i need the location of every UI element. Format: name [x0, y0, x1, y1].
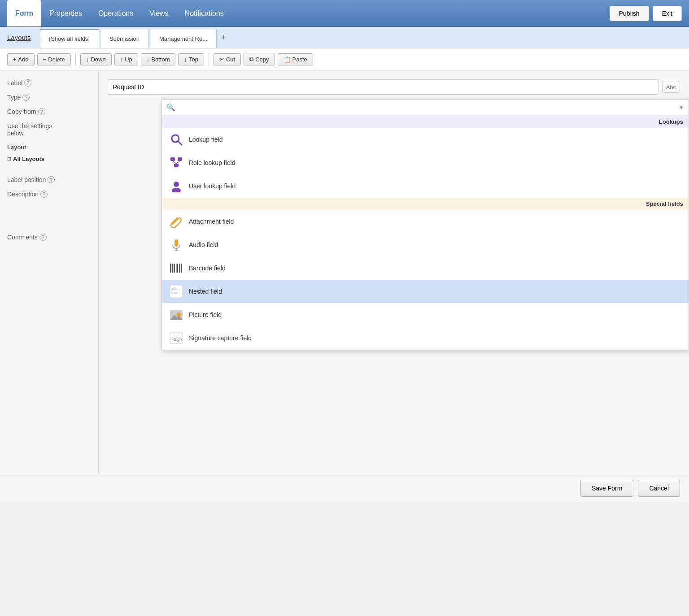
label-field-label: Label ?	[7, 79, 70, 87]
tab-management[interactable]: Management Re...	[150, 29, 217, 48]
toolbar: + Add − Delete ↓ Down ↑ Up ↓ Bottom ↑ To…	[0, 48, 689, 70]
main-content: Label ? Type ? Copy from ? Use the setti…	[0, 70, 689, 474]
svg-rect-3	[178, 157, 182, 161]
svg-rect-16	[177, 264, 178, 273]
special-section-header: Special fields	[162, 198, 689, 210]
dropdown-search-input[interactable]	[179, 104, 675, 111]
picture-field-item[interactable]: Picture field	[162, 303, 689, 326]
audio-icon	[169, 238, 183, 252]
tab-show-all-fields[interactable]: [Show all fields]	[40, 29, 99, 48]
svg-rect-4	[174, 164, 179, 167]
copy-from-help-icon[interactable]: ?	[38, 108, 45, 115]
layouts-label[interactable]: Layouts	[7, 27, 40, 48]
dropdown-search-row: 🔍 ▼	[162, 100, 689, 116]
search-icon: 🔍	[166, 103, 175, 112]
role-lookup-icon	[169, 156, 183, 170]
comments-help-icon[interactable]: ?	[39, 234, 47, 241]
toolbar-separator-2	[209, 53, 209, 65]
barcode-field-item[interactable]: Barcode field	[162, 256, 689, 280]
dropdown-arrow-icon: ▼	[679, 104, 684, 111]
tabs-row: Layouts [Show all fields] Submission Man…	[0, 27, 689, 48]
expand-icon: ⊞	[7, 156, 11, 162]
user-lookup-field-item[interactable]: User lookup field	[162, 174, 689, 198]
svg-point-8	[172, 188, 181, 192]
svg-rect-9	[174, 239, 178, 247]
barcode-icon	[169, 261, 183, 275]
label-help-icon[interactable]: ?	[24, 79, 31, 87]
copy-icon: ⧉	[249, 56, 253, 63]
description-label: Description ?	[7, 191, 70, 198]
label-position-label: Label position ?	[7, 176, 70, 183]
add-icon: +	[13, 56, 17, 63]
svg-text:ABC...: ABC...	[171, 287, 180, 291]
svg-rect-2	[170, 157, 175, 161]
user-lookup-icon	[169, 179, 183, 193]
nested-icon: ABC... CDE...	[169, 284, 183, 299]
delete-icon: −	[43, 56, 47, 63]
form-area: Abc 🔍 ▼ Lookups	[99, 70, 689, 474]
layout-tree-all[interactable]: ⊞ All Layouts	[7, 154, 91, 164]
audio-field-item[interactable]: Audio field	[162, 233, 689, 256]
save-form-button[interactable]: Save Form	[580, 480, 633, 497]
copy-button[interactable]: ⧉ Copy	[244, 53, 275, 65]
nav-tab-notifications[interactable]: Notifications	[177, 0, 232, 26]
lookups-section-header: Lookups	[162, 116, 689, 128]
layout-section-label: Layout	[7, 144, 91, 151]
picture-icon	[169, 308, 183, 322]
copy-from-row: Copy from ?	[7, 108, 91, 115]
nested-field-item[interactable]: ABC... CDE... Nested field	[162, 280, 689, 303]
svg-rect-17	[179, 264, 180, 273]
top-button[interactable]: ↑ Top	[178, 53, 204, 65]
description-help-icon[interactable]: ?	[40, 191, 48, 198]
exit-button[interactable]: Exit	[653, 6, 682, 21]
svg-rect-12	[170, 264, 171, 273]
signature-field-item[interactable]: ×Sign Signature capture field	[162, 326, 689, 350]
svg-rect-19	[170, 273, 183, 273]
svg-rect-14	[174, 264, 175, 273]
toolbar-separator-1	[75, 53, 76, 65]
publish-button[interactable]: Publish	[610, 6, 649, 21]
all-layouts-label: All Layouts	[13, 156, 44, 162]
lookup-icon	[169, 132, 183, 147]
attachment-field-item[interactable]: Attachment field	[162, 210, 689, 233]
tab-submission[interactable]: Submission	[100, 29, 149, 48]
svg-line-5	[173, 161, 176, 164]
paste-button[interactable]: 📋 Paste	[278, 53, 313, 65]
add-tab-button[interactable]: +	[217, 27, 231, 48]
use-settings-row: Use the settings below	[7, 122, 91, 137]
nav-tab-operations[interactable]: Operations	[90, 0, 141, 26]
down-button[interactable]: ↓ Down	[80, 53, 112, 65]
copy-from-label: Copy from ?	[7, 108, 70, 115]
svg-text:CDE...: CDE...	[171, 291, 181, 295]
lookup-field-item[interactable]: Lookup field	[162, 128, 689, 151]
role-lookup-field-item[interactable]: Role lookup field	[162, 151, 689, 174]
svg-rect-15	[176, 264, 177, 273]
bottom-bar: Save Form Cancel	[0, 474, 689, 502]
top-icon: ↑	[184, 56, 187, 63]
layout-section: Layout ⊞ All Layouts	[7, 144, 91, 164]
label-input-row: Abc	[108, 79, 680, 95]
bottom-icon: ↓	[147, 56, 150, 63]
type-help-icon[interactable]: ?	[22, 94, 30, 101]
cut-button[interactable]: ✂ Cut	[214, 53, 241, 65]
nav-tab-properties[interactable]: Properties	[41, 0, 90, 26]
svg-rect-13	[172, 264, 173, 273]
paste-icon: 📋	[283, 56, 291, 63]
nav-tab-form[interactable]: Form	[7, 0, 41, 26]
svg-point-7	[174, 182, 179, 187]
signature-icon: ×Sign	[169, 331, 183, 345]
left-panel: Label ? Type ? Copy from ? Use the setti…	[0, 70, 99, 474]
type-row: Type ?	[7, 94, 91, 101]
bottom-button[interactable]: ↓ Bottom	[141, 53, 176, 65]
cancel-button[interactable]: Cancel	[638, 480, 680, 497]
attachment-icon	[169, 214, 183, 229]
comments-label: Comments ?	[7, 234, 70, 241]
delete-button[interactable]: − Delete	[37, 53, 71, 65]
description-row: Description ?	[7, 191, 91, 198]
up-button[interactable]: ↑ Up	[114, 53, 138, 65]
add-button[interactable]: + Add	[7, 53, 35, 65]
type-dropdown: 🔍 ▼ Lookups Lookup field	[161, 99, 689, 350]
label-position-help-icon[interactable]: ?	[48, 176, 55, 183]
nav-tab-views[interactable]: Views	[141, 0, 176, 26]
label-input[interactable]	[108, 79, 658, 95]
